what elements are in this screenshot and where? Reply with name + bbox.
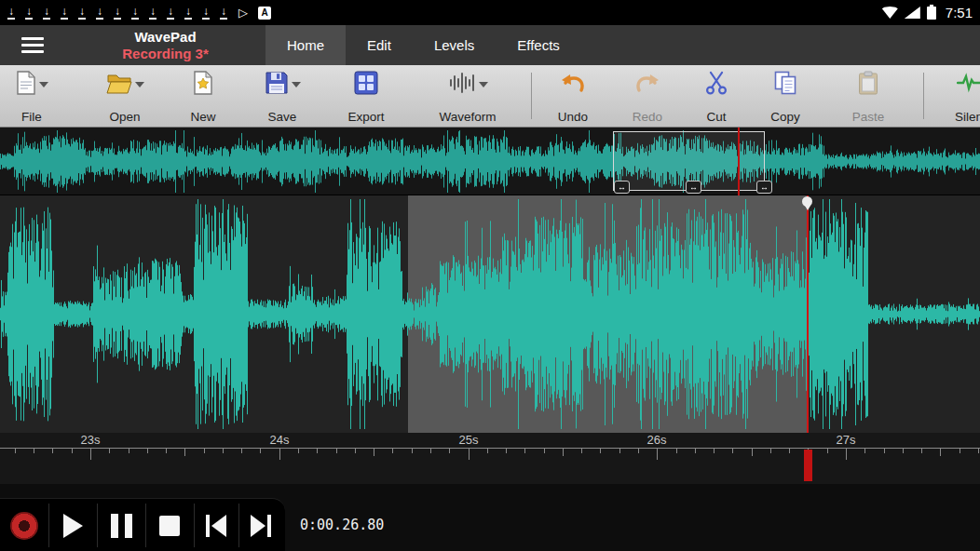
timeline-label: 24s	[270, 433, 290, 447]
ruler-tick	[34, 449, 34, 453]
ruler-tick	[487, 449, 488, 453]
status-bar-right: 7:51	[882, 5, 973, 20]
play-button[interactable]	[48, 499, 97, 551]
timeline-ruler[interactable]: 23s24s25s26s27s	[0, 433, 980, 484]
overview-drag-handle-icon[interactable]: ↔	[756, 181, 772, 194]
previous-icon	[206, 515, 226, 537]
ruler-tick	[449, 449, 450, 453]
download-icon: ↓	[7, 6, 15, 20]
transport-separator	[238, 504, 239, 547]
new-button[interactable]: New	[170, 70, 236, 124]
ruler-tick	[223, 449, 224, 453]
transport-separator	[194, 504, 195, 547]
ruler-tick	[921, 449, 922, 453]
cursor-handle-icon[interactable]	[802, 196, 812, 207]
new-file-icon	[193, 71, 213, 99]
status-clock: 7:51	[946, 5, 973, 20]
file-button[interactable]: File	[0, 70, 64, 124]
download-icon: ↓	[78, 6, 86, 20]
silen-button[interactable]: Silen	[936, 70, 980, 124]
waveform-editor	[0, 195, 980, 433]
toolbar-button-label: Paste	[852, 110, 885, 124]
ruler-tick	[52, 449, 53, 453]
next-button[interactable]	[238, 499, 283, 551]
ruler-tick	[166, 449, 167, 453]
download-icon: ↓	[184, 6, 192, 20]
app-header: WavePad Recording 3* HomeEditLevelsEffec…	[0, 25, 980, 65]
app-title: WavePad	[134, 29, 196, 46]
copy-button[interactable]: Copy	[753, 70, 818, 124]
download-icon: ↓	[114, 6, 121, 20]
ruler-tick	[298, 449, 299, 453]
paste-icon	[857, 71, 879, 99]
download-icon: ↓	[43, 6, 50, 20]
ruler-tick	[884, 449, 885, 453]
ruler-tick	[657, 449, 658, 460]
ruler-tick	[789, 449, 790, 453]
overview-drag-handle-icon[interactable]: ↔	[614, 181, 630, 194]
toolbar-button-label: Redo	[633, 110, 662, 124]
ruler-tick	[147, 449, 148, 453]
previous-button[interactable]	[194, 499, 238, 551]
waveform-button[interactable]: Waveform	[423, 70, 512, 124]
save-button[interactable]: Save	[250, 70, 315, 124]
ruler-tick	[430, 449, 431, 453]
ruler-tick	[469, 449, 470, 460]
dropdown-arrow-icon[interactable]	[479, 82, 488, 87]
tab-effects[interactable]: Effects	[496, 25, 581, 65]
toolbar-button-label: Silen	[955, 110, 980, 124]
transport-separator	[48, 504, 49, 547]
download-icon: ↓	[61, 6, 68, 20]
open-button[interactable]: Open	[92, 70, 157, 124]
ruler-tick	[317, 449, 318, 453]
download-icon: ↓	[25, 6, 33, 20]
open-folder-icon	[106, 73, 132, 98]
overview-playhead	[738, 128, 740, 195]
notification-icons: ↓↓↓↓↓↓↓↓↓↓↓↓↓	[7, 6, 227, 20]
ruler-tick	[827, 449, 828, 453]
ruler-tick	[544, 449, 545, 453]
ruler-tick	[676, 449, 677, 453]
silence-icon	[957, 72, 980, 98]
dropdown-arrow-icon[interactable]	[39, 82, 48, 87]
tab-home[interactable]: Home	[265, 25, 346, 65]
file-icon	[16, 71, 36, 99]
ruler-tick	[960, 449, 960, 453]
main-waveform-canvas[interactable]	[0, 195, 980, 433]
overview-drag-handle-icon[interactable]: ↔	[686, 181, 701, 194]
download-icon: ↓	[96, 6, 103, 20]
dropdown-arrow-icon[interactable]	[292, 82, 301, 87]
ruler-tick	[355, 449, 356, 453]
ruler-tick	[619, 449, 620, 453]
menu-icon[interactable]	[0, 25, 65, 65]
toolbar: FileOpenNewSaveExportWaveformUndoRedoCut…	[0, 65, 980, 128]
pause-icon	[111, 514, 132, 538]
ruler-tick	[90, 449, 91, 460]
tab-edit[interactable]: Edit	[346, 25, 413, 65]
transport-bar: 0:00.26.80	[0, 484, 980, 551]
ruler-tick	[732, 449, 733, 453]
play-icon	[63, 514, 83, 538]
tab-levels[interactable]: Levels	[413, 25, 496, 65]
dropdown-arrow-icon[interactable]	[135, 82, 144, 87]
timeline-playhead-marker[interactable]	[804, 450, 812, 481]
export-button[interactable]: Export	[333, 70, 399, 124]
toolbar-button-label: New	[190, 110, 215, 124]
undo-button[interactable]: Undo	[540, 70, 606, 124]
timeline-label: 26s	[647, 433, 667, 447]
toolbar-separator	[531, 73, 532, 119]
timeline-label: 23s	[81, 433, 101, 447]
cut-button[interactable]: Cut	[684, 70, 749, 124]
export-icon	[354, 71, 378, 99]
ruler-tick	[374, 449, 374, 456]
ruler-tick	[563, 449, 564, 456]
overview-waveform-canvas[interactable]	[0, 128, 980, 195]
status-bar-left: ↓↓↓↓↓↓↓↓↓↓↓↓↓ ▷ A	[7, 6, 271, 20]
playback-cursor[interactable]	[807, 195, 809, 433]
record-button[interactable]	[0, 499, 48, 551]
ruler-tick	[695, 449, 696, 453]
pause-button[interactable]	[97, 499, 145, 551]
stop-button[interactable]	[145, 499, 194, 551]
toolbar-button-label: Open	[109, 110, 140, 124]
transport-separator	[97, 504, 98, 547]
